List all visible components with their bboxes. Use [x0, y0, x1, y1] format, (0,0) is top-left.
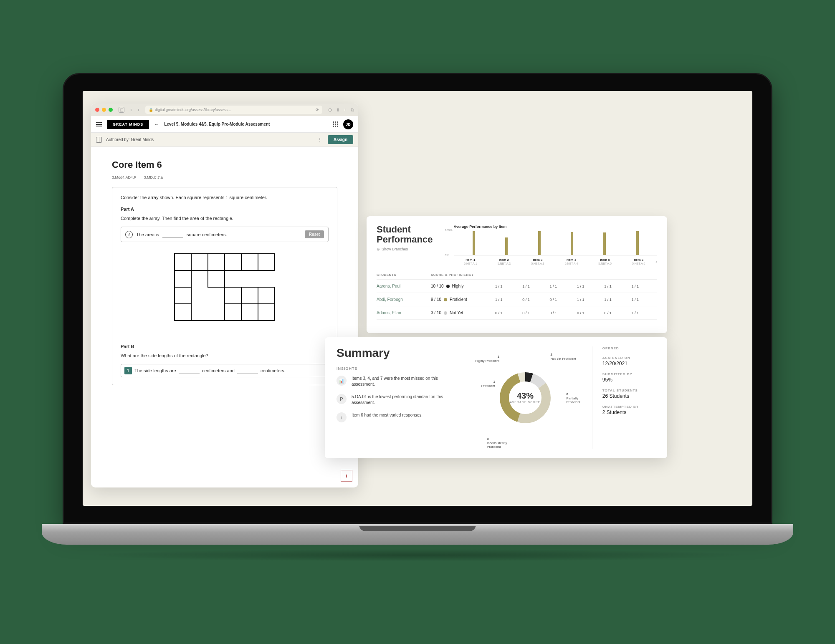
refresh-icon[interactable]: ⟳: [316, 108, 319, 112]
part-b-label: Part B: [121, 344, 329, 349]
chart-title: Average Performance by Item: [454, 225, 657, 229]
score-value: 0 / 1: [512, 311, 539, 315]
svg-rect-13: [175, 304, 191, 321]
sidebar-toggle-icon[interactable]: ▢: [119, 107, 124, 113]
length-input-2[interactable]: [237, 367, 258, 374]
user-avatar[interactable]: JB: [343, 119, 353, 129]
new-tab-icon[interactable]: +: [344, 107, 347, 113]
summary-title: Summary: [337, 346, 458, 360]
insight-item: 📊Items 3, 4, and 7 were the most missed …: [337, 376, 458, 387]
maximize-icon[interactable]: [109, 108, 113, 112]
assign-button[interactable]: Assign: [328, 135, 353, 144]
insight-text: Item 6 had the most varied responses.: [352, 412, 423, 418]
chart-item-header[interactable]: Item 35.NBT.A.3: [521, 258, 555, 265]
chart-item-header[interactable]: Item 55.NBT.A.5: [588, 258, 622, 265]
show-branches-toggle[interactable]: ⊕Show Branches: [377, 247, 433, 251]
chart-item-header[interactable]: Item 25.NBT.A.3: [487, 258, 521, 265]
table-row[interactable]: Abdi, Foroogh9 / 10 Proficient1 / 10 / 1…: [377, 293, 657, 306]
score-header: SCORE & PROFICIENCY: [431, 273, 485, 277]
stat-label: TOTAL STUDENTS: [602, 389, 655, 392]
part-b-text: What are the side lengths of the rectang…: [121, 353, 329, 358]
book-icon: [96, 137, 102, 143]
score-value: 1 / 1: [594, 284, 621, 288]
table-row[interactable]: Aarons, Paul10 / 10 Highly1 / 11 / 11 / …: [377, 280, 657, 293]
chart-item-header[interactable]: Item 65.NBT.A.6: [622, 258, 655, 265]
array-figure[interactable]: [121, 250, 329, 333]
stat-item: UNATTEMPTED BY2 Students: [602, 405, 655, 415]
score-cell: 10 / 10 Highly: [431, 284, 485, 288]
page-title: Level 5, Modules 4&5, Equip Pre-Module A…: [164, 122, 270, 126]
performance-chart: Average Performance by Item 100%0% Item …: [454, 225, 657, 265]
address-bar[interactable]: 🔒 digital.greatminds.org/assess/library/…: [145, 106, 322, 114]
score-value: 1 / 1: [567, 298, 594, 302]
student-name[interactable]: Adams, Elian: [377, 311, 431, 315]
laptop-shadow: [84, 549, 752, 561]
summary-card: Summary INSIGHTS 📊Items 3, 4, and 7 were…: [325, 337, 667, 458]
average-score: 43%: [517, 391, 534, 401]
sub-header: Authored by: Great Minds ⋮ Assign: [91, 133, 358, 147]
insight-item: P5.OA.01 is the lowest performing standa…: [337, 394, 458, 406]
summary-stats: OPENEDASSIGNED ON12/20/2021SUBMITTED BY9…: [592, 346, 655, 449]
standards: 3.Mod4.AD4.P 3.MD.C.7.a: [112, 175, 337, 179]
laptop-screen: ▢ ‹ › 🔒 digital.greatminds.org/assess/li…: [83, 91, 752, 506]
average-label: AVERAGE SCORE: [510, 401, 540, 404]
brand-logo[interactable]: GREAT MINDS: [107, 120, 149, 129]
insight-item: ↕Item 6 had the most varied responses.: [337, 412, 458, 422]
scroll-right-icon[interactable]: ›: [655, 259, 657, 265]
tabs-icon[interactable]: ⧉: [351, 107, 354, 113]
reset-button[interactable]: Reset: [305, 230, 324, 238]
close-icon[interactable]: [95, 108, 99, 112]
fill-in-row: 1 The side lengths are centimeters and c…: [121, 364, 329, 377]
stat-label: SUBMITTED BY: [602, 372, 655, 376]
score-value: 1 / 1: [485, 298, 512, 302]
forward-button[interactable]: ›: [138, 107, 139, 113]
chart-item-header[interactable]: Item 45.NBT.A.4: [554, 258, 588, 265]
area-input[interactable]: [162, 231, 183, 238]
performance-table: STUDENTS SCORE & PROFICIENCY Aarons, Pau…: [377, 273, 657, 320]
stat-item: OPENED: [602, 346, 655, 350]
item-title: Core Item 6: [112, 159, 337, 170]
back-icon[interactable]: ←: [154, 121, 159, 127]
fill-mid: centimeters and: [202, 368, 235, 373]
svg-rect-12: [208, 270, 225, 287]
insights-label: INSIGHTS: [337, 366, 458, 371]
score-cell: 3 / 10 Not Yet: [431, 311, 485, 315]
share-icon[interactable]: ⇧: [336, 107, 340, 113]
chart-item-header[interactable]: Item 15.NBT.A.1: [454, 258, 488, 265]
standard-tag: 3.MD.C.7.a: [144, 175, 163, 179]
stat-value: 95%: [602, 377, 655, 383]
svg-rect-7: [175, 287, 191, 304]
lock-icon: 🔒: [149, 108, 153, 112]
app-header: GREAT MINDS ← Level 5, Modules 4&5, Equi…: [91, 116, 358, 133]
stat-value: 12/20/2021: [602, 361, 655, 366]
window-controls[interactable]: [95, 108, 113, 112]
help-icon[interactable]: i: [341, 470, 352, 482]
item-prompt: Consider the array shown. Each square re…: [121, 195, 329, 200]
stat-value: 26 Students: [602, 393, 655, 399]
back-button[interactable]: ‹: [130, 107, 132, 113]
stat-label: OPENED: [602, 346, 655, 350]
stat-item: ASSIGNED ON12/20/2021: [602, 356, 655, 366]
menu-icon[interactable]: [96, 122, 102, 126]
info-icon[interactable]: i: [125, 231, 133, 238]
score-value: 1 / 1: [622, 311, 649, 315]
table-row[interactable]: Adams, Elian3 / 10 Not Yet0 / 10 / 10 / …: [377, 306, 657, 320]
student-name[interactable]: Abdi, Foroogh: [377, 297, 431, 302]
insight-icon: ↕: [337, 412, 347, 422]
stat-value: 2 Students: [602, 409, 655, 415]
laptop-bezel: ▢ ‹ › 🔒 digital.greatminds.org/assess/li…: [63, 73, 772, 524]
fill-prefix: The side lengths are: [134, 368, 176, 373]
download-icon[interactable]: ⊕: [328, 107, 332, 113]
apps-grid-icon[interactable]: [333, 121, 338, 127]
performance-title: StudentPerformance: [377, 225, 433, 245]
score-cell: 9 / 10 Proficient: [431, 297, 485, 302]
score-value: 0 / 1: [567, 311, 594, 315]
insight-icon: 📊: [337, 376, 347, 386]
student-name[interactable]: Aarons, Paul: [377, 284, 431, 288]
insight-text: Items 3, 4, and 7 were the most missed o…: [352, 376, 458, 387]
score-value: 0 / 1: [594, 311, 621, 315]
score-value: 1 / 1: [567, 284, 594, 288]
length-input-1[interactable]: [179, 367, 200, 374]
laptop-base: [42, 524, 793, 545]
minimize-icon[interactable]: [102, 108, 106, 112]
